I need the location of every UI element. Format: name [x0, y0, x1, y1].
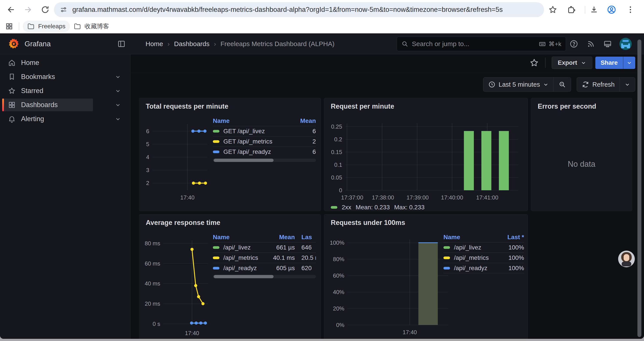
apps-grid-button[interactable]	[5, 22, 13, 30]
share-menu-toggle[interactable]	[623, 57, 635, 69]
grafana-app: Grafana Home › Dashboards › Freeleaps Me…	[0, 33, 644, 339]
breadcrumb-dashboards[interactable]: Dashboards	[174, 40, 210, 48]
legend-row[interactable]: /api/_livez 661 µs 646	[213, 242, 316, 253]
export-button[interactable]: Export	[552, 57, 592, 69]
legend-inline[interactable]: 2xx Mean: 0.233 Max: 0.233	[331, 204, 424, 211]
page-scrollbar[interactable]	[638, 40, 641, 337]
downloads-button[interactable]	[589, 5, 599, 15]
panel-request-per-minute[interactable]: Request per minute 00.050.10.150.20.2517…	[324, 98, 528, 211]
panel-requests-under-100ms[interactable]: Requests under 100ms 0%20%40%60%80%100%1…	[324, 214, 528, 339]
panel-errors-per-second[interactable]: Errors per second No data	[531, 98, 632, 211]
bar-chart: 0%20%40%60%80%100%17:40	[328, 236, 450, 338]
svg-text:0.25: 0.25	[331, 123, 342, 130]
share-button[interactable]: Share	[595, 57, 635, 69]
dashboard-actions: Export Share	[529, 57, 635, 69]
legend-row[interactable]: /api/_metrics 40.1 ms 20.5 m	[213, 253, 316, 263]
mega-menu-sidebar: Home Bookmarks Starred Dashboards	[0, 55, 131, 339]
breadcrumb-home[interactable]: Home	[146, 40, 163, 48]
legend-row[interactable]: /api/_readyz 605 µs 620	[213, 263, 316, 273]
legend-table: Name Mean GET /api/_livez 6 GET /api/_me…	[213, 116, 316, 162]
panel-total-requests[interactable]: Total requests per minute 2345617:40 Nam…	[139, 98, 321, 211]
panel-title: Total requests per minute	[146, 103, 228, 110]
sidebar-item-home[interactable]: Home	[0, 56, 130, 70]
svg-text:0%: 0%	[336, 322, 344, 328]
search-shortcut: ⌘+k	[538, 40, 561, 48]
legend-row[interactable]: GET /api/_livez 6	[213, 126, 316, 136]
address-bar[interactable]: grafana.mathmast.com/d/deytv4rwavabkb/fr…	[54, 2, 544, 17]
legend-scrollbar[interactable]	[213, 275, 316, 278]
series-swatch	[213, 267, 220, 269]
legend-scrollbar[interactable]	[213, 159, 316, 162]
forward-button[interactable]	[22, 4, 34, 16]
chevron-down-icon	[543, 82, 549, 87]
display-button[interactable]	[603, 40, 612, 48]
svg-text:17:40: 17:40	[403, 329, 417, 335]
legend-row[interactable]: /api/_metrics 100%	[444, 253, 524, 263]
avatar-figure	[624, 254, 629, 261]
reload-icon	[41, 5, 50, 14]
avatar-figure	[622, 261, 631, 266]
favorite-star-button[interactable]	[529, 58, 539, 68]
series-name[interactable]: 2xx	[342, 204, 351, 211]
assistant-avatar[interactable]	[618, 251, 635, 267]
svg-text:0.15: 0.15	[331, 149, 342, 155]
svg-text:60 ms: 60 ms	[145, 260, 160, 267]
sidebar-item-bookmarks[interactable]: Bookmarks	[0, 70, 130, 84]
refresh-interval-toggle[interactable]	[620, 78, 635, 92]
legend-table: Name Mean Las /api/_livez 661 µs 646 /ap…	[213, 232, 316, 278]
series-swatch	[444, 256, 450, 259]
profile-icon	[607, 5, 616, 15]
site-controls-icon	[60, 6, 68, 14]
folder-icon	[74, 23, 81, 30]
extensions-button[interactable]	[566, 5, 577, 15]
legend-row[interactable]: /api/_readyz 100%	[444, 263, 524, 273]
reload-button[interactable]	[39, 4, 51, 16]
legend-row[interactable]: GET /api/_readyz 6	[213, 147, 316, 157]
profile-button[interactable]	[606, 5, 617, 15]
avatar-pixel-art	[622, 40, 629, 42]
forward-arrow-icon	[24, 5, 32, 14]
back-button[interactable]	[5, 4, 17, 16]
browser-menu-button[interactable]	[625, 5, 636, 15]
scrollbar-thumb[interactable]	[214, 275, 274, 278]
timeseries-chart: 2345617:40	[144, 121, 209, 203]
scrollbar-thumb[interactable]	[214, 159, 274, 162]
dock-menu-icon	[117, 40, 126, 48]
grafana-brand: Grafana	[24, 33, 51, 55]
svg-text:40 ms: 40 ms	[145, 280, 160, 287]
bookmark-star-button[interactable]	[548, 5, 558, 15]
legend-row[interactable]: /api/_livez 100%	[444, 242, 524, 253]
chevron-down-icon[interactable]	[115, 116, 121, 122]
bar-chart: 00.050.10.150.20.2517:37:0017:38:0017:39…	[328, 120, 523, 203]
sidebar-item-alerting[interactable]: Alerting	[0, 112, 130, 126]
search-input[interactable]: Search or jump to... ⌘+k	[397, 37, 566, 51]
svg-text:60%: 60%	[333, 272, 344, 279]
time-range-picker[interactable]: Last 5 minutes	[483, 78, 554, 92]
series-swatch	[213, 151, 220, 153]
panel-avg-response-time[interactable]: Average response time 0 s20 ms40 ms60 ms…	[139, 214, 321, 339]
refresh-icon	[582, 81, 589, 88]
sidebar-item-dashboards[interactable]: Dashboards	[0, 98, 130, 112]
sidebar-item-starred[interactable]: Starred	[0, 84, 130, 98]
svg-text:0.1: 0.1	[334, 162, 342, 168]
sidebar-item-label: Dashboards	[21, 101, 58, 109]
zoom-out-button[interactable]	[554, 78, 571, 92]
svg-text:100%: 100%	[330, 239, 344, 246]
mega-menu-toggle[interactable]	[117, 40, 126, 48]
legend-row[interactable]: GET /api/_metrics 2	[213, 136, 316, 147]
chevron-down-icon[interactable]	[115, 88, 121, 94]
user-avatar[interactable]	[620, 38, 632, 50]
rss-icon	[586, 40, 595, 48]
url-text: grafana.mathmast.com/d/deytv4rwavabkb/fr…	[72, 6, 502, 14]
legend-header: Name Mean Las	[213, 232, 316, 242]
help-button[interactable]	[570, 40, 578, 48]
bookmark-folder-freeleaps[interactable]: Freeleaps	[23, 21, 70, 32]
grafana-logo	[8, 38, 20, 50]
svg-text:0.2: 0.2	[334, 136, 342, 143]
refresh-button[interactable]: Refresh	[577, 78, 620, 92]
chevron-down-icon[interactable]	[115, 102, 121, 108]
news-button[interactable]	[586, 40, 595, 48]
bookmark-folder-blogs[interactable]: 收藏博客	[69, 21, 114, 32]
series-max: Max: 0.233	[394, 204, 424, 211]
chevron-down-icon[interactable]	[115, 74, 121, 80]
